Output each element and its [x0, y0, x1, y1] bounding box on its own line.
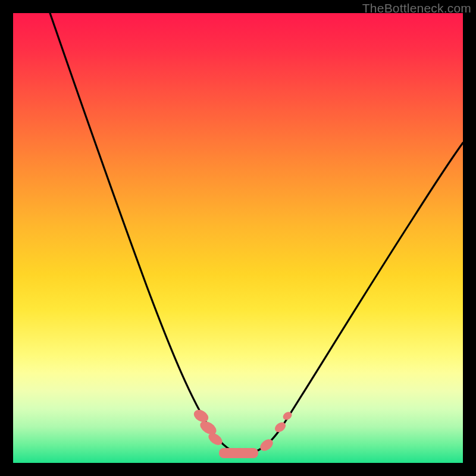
- chart-frame: TheBottleneck.com: [0, 0, 476, 476]
- watermark-text: TheBottleneck.com: [362, 1, 471, 15]
- bottleneck-curve: [50, 13, 463, 453]
- curve-layer: [13, 13, 463, 463]
- svg-rect-3: [219, 448, 258, 458]
- plot-area: [13, 13, 463, 463]
